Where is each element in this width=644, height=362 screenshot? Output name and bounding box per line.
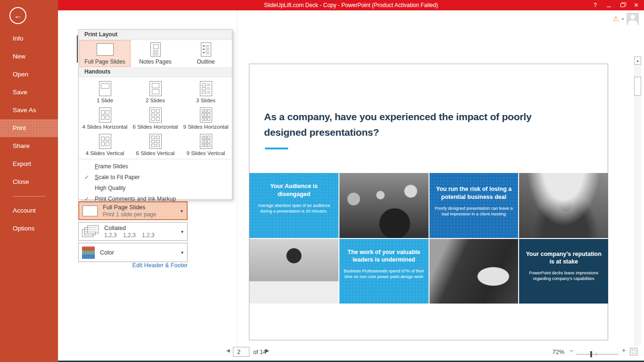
menu-item-label: Scale to Fit Paper	[95, 174, 140, 181]
menu-item-high-quality[interactable]: High Quality	[79, 182, 232, 193]
page-count-label: of 14	[253, 349, 266, 355]
dropdown-title: Color	[100, 249, 114, 256]
icon-wrap	[201, 41, 211, 58]
notes-pages-icon	[150, 42, 161, 57]
previous-page-button[interactable]: ◀	[226, 348, 230, 353]
menu-item-label: 4 Slides Horizontal	[83, 124, 128, 130]
sidebar-item-save[interactable]: Save	[0, 83, 58, 101]
settings-scrollbar-thumb[interactable]	[77, 35, 78, 63]
handout-4-slides-vertical-icon	[99, 134, 111, 149]
collation-dropdown[interactable]: Collated 1,2,3 1,2,3 1,2,3 ▾	[78, 222, 188, 241]
back-button[interactable]: ←	[9, 7, 26, 24]
color-dropdown[interactable]: Color ▾	[78, 243, 188, 262]
menu-item-label: Outline	[197, 58, 215, 65]
menu-item-print-comments-ink[interactable]: ✓ Print Comments and Ink Markup	[79, 193, 232, 204]
sidebar-item-save-as[interactable]: Save As	[0, 101, 58, 119]
handout-2-slides-icon	[149, 81, 162, 96]
menu-item-6-slides-vertical[interactable]: 6 Slides Vertical	[130, 131, 181, 157]
menu-item-2-slides[interactable]: 2 Slides	[130, 78, 181, 105]
menu-item-9-slides-horizontal[interactable]: 9 Slides Horizontal	[181, 105, 231, 131]
zoom-slider-thumb[interactable]	[590, 351, 592, 357]
zoom-out-button[interactable]: −	[570, 347, 573, 354]
dropdown-subtitle: 1,2,3 1,2,3 1,2,3	[104, 232, 155, 239]
pane-divider	[237, 10, 238, 361]
menu-item-3-slides[interactable]: 3 Slides	[181, 78, 231, 105]
activation-warning-icon[interactable]: ⚠	[613, 15, 619, 23]
menu-item-frame-slides[interactable]: Frame Slides	[79, 161, 232, 172]
tile-heading: The work of your valuable leaders is und…	[346, 248, 422, 264]
chevron-down-icon: ▾	[181, 229, 183, 234]
print-layout-menu: Print Layout Full Page Slides Notes Page…	[78, 29, 232, 200]
menu-item-1-slide[interactable]: 1 Slide	[80, 78, 130, 105]
sidebar-item-account[interactable]: Account	[0, 202, 58, 220]
chevron-down-icon: ▾	[181, 250, 183, 255]
zoom-slider-track[interactable]	[576, 354, 619, 354]
sidebar-item-export[interactable]: Export	[0, 155, 58, 173]
zoom-percentage[interactable]: 72%	[553, 349, 564, 355]
full-page-slides-icon	[97, 43, 114, 56]
backstage-content: ⚠ ▾ Print Layout Full Page Slides Notes …	[58, 10, 644, 362]
menu-item-label: Notes Pages	[139, 58, 172, 65]
menu-item-outline[interactable]: Outline	[181, 41, 231, 66]
close-button[interactable]: ✕	[629, 0, 643, 10]
window-controls: ? ✕	[588, 0, 643, 10]
menu-item-label: 6 Slides Vertical	[136, 150, 175, 156]
menu-item-4-slides-vertical[interactable]: 4 Slides Vertical	[80, 131, 130, 157]
tile-heading: Your company’s reputation is at stake	[526, 250, 602, 266]
user-avatar[interactable]	[627, 13, 639, 25]
handouts-section-header: Handouts	[79, 67, 232, 77]
menu-item-notes-pages[interactable]: Notes Pages	[130, 41, 181, 66]
sidebar-item-close[interactable]: Close	[0, 173, 58, 191]
menu-item-label: 3 Slides	[196, 98, 215, 103]
help-button[interactable]: ?	[588, 0, 602, 10]
powerpoint-backstage-window: SlideUpLift.com Deck - Copy - PowerPoint…	[0, 0, 644, 362]
scroll-up-button[interactable]: ▲	[634, 57, 641, 65]
account-area: ⚠ ▾	[613, 13, 639, 25]
menu-item-label: 6 Slides Horizontal	[133, 124, 178, 130]
sidebar-item-options[interactable]: Options	[0, 220, 58, 238]
zoom-in-button[interactable]: +	[622, 346, 626, 354]
warning-caret-icon[interactable]: ▾	[622, 17, 624, 21]
minimize-button[interactable]	[602, 0, 616, 10]
tile-body: Poorly designed presentation can leave a…	[433, 206, 514, 217]
restore-button[interactable]	[616, 0, 629, 10]
sidebar-item-new[interactable]: New	[0, 48, 58, 66]
current-page-input[interactable]	[233, 347, 249, 357]
edit-header-footer-link[interactable]: Edit Header & Footer	[78, 262, 188, 269]
handouts-grid: 1 Slide 2 Slides 3 Slides 4 Slides Horiz…	[79, 77, 232, 157]
full-page-slides-icon	[83, 206, 98, 216]
dropdown-text: Collated 1,2,3 1,2,3 1,2,3	[104, 225, 155, 239]
print-preview-page: As a company, have you experienced the i…	[249, 64, 608, 340]
menu-item-label: High Quality	[95, 185, 125, 191]
color-swatch-icon	[82, 247, 95, 259]
sidebar-item-print[interactable]: Print	[0, 119, 58, 137]
tile-audience-disengaged: Your Audience is disengaged Average atte…	[249, 173, 339, 238]
tile-losing-business-deal: You run the risk of losing a potential b…	[429, 173, 519, 238]
next-page-button[interactable]: ▶	[265, 348, 269, 353]
minimize-icon	[607, 7, 611, 7]
collated-pages-icon	[82, 225, 99, 238]
handout-6-slides-vertical-icon	[149, 134, 162, 149]
sidebar-item-info[interactable]: Info	[0, 30, 58, 48]
preview-scrollbar-track[interactable]	[634, 57, 641, 346]
tile-heading: You run the risk of losing a potential b…	[436, 185, 512, 201]
sidebar-item-share[interactable]: Share	[0, 137, 58, 155]
menu-item-4-slides-horizontal[interactable]: 4 Slides Horizontal	[80, 105, 130, 131]
outline-icon	[201, 42, 211, 57]
menu-item-scale-to-fit-paper[interactable]: ✓ Scale to Fit Paper	[79, 172, 232, 182]
print-layout-dropdown[interactable]: Full Page Slides Print 1 slide per page …	[78, 201, 188, 220]
dropdown-title: Full Page Slides	[103, 204, 156, 211]
menu-item-9-slides-vertical[interactable]: 9 Slides Vertical	[181, 131, 231, 157]
handout-4-slides-horizontal-icon	[99, 107, 111, 123]
preview-scrollbar-thumb[interactable]	[634, 77, 641, 96]
tile-body: Average attention span of an audience du…	[253, 203, 334, 214]
sidebar-item-open[interactable]: Open	[0, 66, 58, 83]
dropdown-subtitle: Print 1 slide per page	[103, 211, 156, 218]
photo-man-plugging-ears	[249, 239, 339, 304]
fit-to-window-button[interactable]	[630, 348, 637, 355]
menu-item-6-slides-horizontal[interactable]: 6 Slides Horizontal	[130, 105, 181, 131]
dropdown-title: Collated	[104, 225, 155, 231]
menu-item-full-page-slides[interactable]: Full Page Slides	[80, 41, 130, 66]
menu-item-label: Full Page Slides	[84, 58, 125, 65]
back-arrow-icon: ←	[14, 11, 22, 21]
